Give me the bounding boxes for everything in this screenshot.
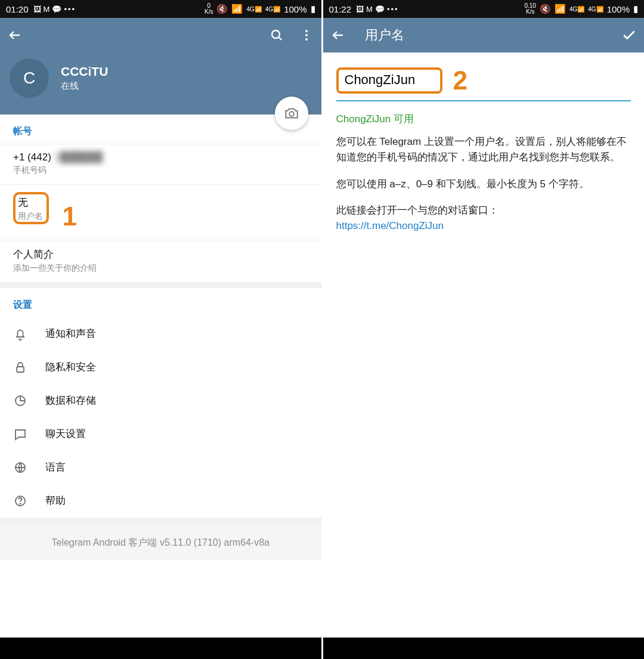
settings-header: 设置: [0, 288, 321, 317]
status-notif-icons-r: 🖼 M 💬 •••: [356, 5, 399, 14]
camera-fab[interactable]: [275, 97, 308, 130]
phone-row[interactable]: +1 (442) 2██████ 手机号码: [0, 144, 321, 184]
status-time-r: 01:22: [329, 4, 352, 14]
profile-status: 在线: [61, 81, 108, 92]
globe-icon: [13, 460, 37, 475]
username-input[interactable]: [345, 72, 434, 88]
version-footer: Telegram Android 客户端 v5.11.0 (1710) arm6…: [0, 524, 321, 560]
settings-item-language[interactable]: 语言: [0, 451, 321, 484]
settings-item-privacy[interactable]: 隐私和安全: [0, 351, 321, 384]
wifi-icon: 📶: [231, 4, 243, 14]
help-icon: [13, 494, 37, 508]
account-section: 帐号 +1 (442) 2██████ 手机号码 无 用户名 1 个人简介 添加…: [0, 115, 321, 288]
settings-item-help[interactable]: 帮助: [0, 484, 321, 518]
settings-item-chat[interactable]: 聊天设置: [0, 417, 321, 451]
search-icon[interactable]: [269, 27, 284, 43]
mail-icon: M: [366, 5, 373, 14]
mute-icon: 🔇: [540, 4, 551, 14]
signal-4g-icon: 4G📶: [246, 6, 261, 13]
chat-icon: 💬: [52, 5, 61, 14]
signal-4g-icon-2: 4G📶: [588, 6, 603, 13]
settings-item-notifications[interactable]: 通知和声音: [0, 317, 321, 351]
page-title: 用户名: [365, 26, 404, 44]
username-desc-1: 您可以在 Telegram 上设置一个用户名。设置后，别人将能够在不知道您的手机…: [336, 134, 631, 166]
gallery-icon: 🖼: [33, 5, 41, 14]
profile-name: CCCiTU: [61, 64, 108, 79]
back-icon[interactable]: [330, 27, 346, 43]
username-available-text: ChongZiJun 可用: [336, 112, 631, 126]
status-notif-icons: 🖼 M 💬 •••: [33, 5, 76, 14]
status-bar-r: 01:22 🖼 M 💬 ••• 0.10K/s 🔇 📶 4G📶 4G📶 100%…: [323, 0, 645, 18]
svg-point-2: [305, 34, 308, 36]
battery-text: 100%: [284, 4, 306, 14]
settings-item-data[interactable]: 数据和存储: [0, 384, 321, 417]
confirm-check-icon[interactable]: [621, 27, 637, 43]
avatar[interactable]: C: [10, 58, 49, 98]
chat-bubble-icon: [13, 427, 37, 441]
annotation-number-1: 1: [62, 202, 76, 231]
bio-row[interactable]: 个人简介 添加一些关于你的介绍: [0, 240, 321, 282]
status-bar: 01:20 🖼 M 💬 ••• 0K/s 🔇 📶 4G📶 4G📶 100% ▮: [0, 0, 321, 18]
bell-icon: [13, 327, 37, 341]
lock-icon: [13, 360, 37, 375]
phone-blurred: 2██████: [54, 151, 103, 163]
mail-icon: M: [44, 5, 50, 14]
left-screen: 01:20 🖼 M 💬 ••• 0K/s 🔇 📶 4G📶 4G📶 100% ▮: [0, 0, 323, 659]
signal-4g-icon-2: 4G📶: [265, 6, 280, 13]
svg-point-0: [272, 30, 280, 38]
battery-text-r: 100%: [607, 4, 630, 14]
pie-icon: [13, 394, 37, 408]
back-icon[interactable]: [7, 27, 23, 43]
annotation-number-2: 2: [453, 66, 467, 95]
network-speed-r: 0.10K/s: [524, 3, 535, 15]
toolbar-r: 用户名: [323, 18, 645, 52]
chat-icon: 💬: [375, 5, 385, 14]
username-link[interactable]: https://t.me/ChongZiJun: [336, 220, 444, 231]
svg-point-1: [305, 30, 308, 32]
phone-prefix: +1 (442): [13, 151, 51, 163]
username-field-wrap: 2: [336, 66, 631, 95]
content: 2 ChongZiJun 可用 您可以在 Telegram 上设置一个用户名。设…: [323, 52, 645, 638]
signal-4g-icon: 4G📶: [569, 6, 584, 13]
input-underline: [336, 100, 631, 101]
menu-dots-icon[interactable]: [299, 27, 314, 43]
network-speed: 0K/s: [205, 3, 213, 15]
svg-point-4: [289, 112, 294, 116]
svg-point-9: [20, 503, 20, 504]
svg-point-3: [305, 38, 308, 41]
bio-hint: 添加一些关于你的介绍: [13, 263, 308, 274]
profile-header: C CCCiTU 在线: [0, 52, 321, 115]
svg-rect-5: [17, 367, 24, 372]
account-header: 帐号: [0, 115, 321, 144]
bio-title: 个人简介: [13, 247, 308, 261]
mute-icon: 🔇: [216, 4, 228, 14]
more-icon: •••: [64, 5, 76, 14]
battery-icon: ▮: [633, 4, 638, 14]
right-screen: 01:22 🖼 M 💬 ••• 0.10K/s 🔇 📶 4G📶 4G📶 100%…: [323, 0, 645, 659]
settings-section: 设置 通知和声音 隐私和安全 数据和存储 聊天设置 语言 帮助: [0, 288, 321, 524]
status-time: 01:20: [6, 4, 29, 14]
username-desc-2: 您可以使用 a–z、0–9 和下划线。最小长度为 5 个字符。: [336, 177, 631, 192]
android-navbar-r: [323, 638, 645, 659]
annotation-box-2: [336, 67, 442, 94]
more-icon: •••: [387, 5, 399, 14]
username-label: 用户名: [18, 211, 43, 222]
battery-icon: ▮: [311, 4, 315, 14]
toolbar: [0, 18, 321, 52]
username-row[interactable]: 无 用户名 1: [0, 184, 321, 240]
username-desc-3: 此链接会打开一个与您的对话窗口： https://t.me/ChongZiJun: [336, 203, 631, 234]
username-value: 无: [18, 196, 43, 209]
phone-label: 手机号码: [13, 165, 308, 176]
android-navbar: [0, 638, 321, 659]
annotation-box-1: 无 用户名: [13, 192, 49, 224]
gallery-icon: 🖼: [356, 5, 364, 14]
wifi-icon: 📶: [555, 4, 566, 14]
